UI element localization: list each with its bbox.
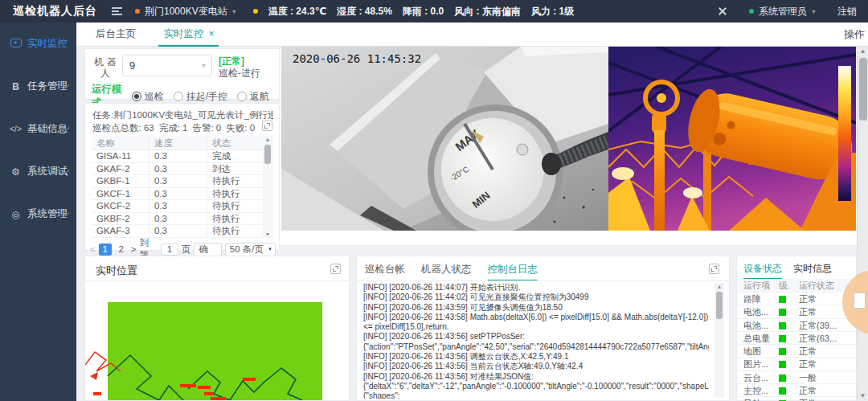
scroll-up-icon[interactable]: ▲ xyxy=(858,47,868,56)
close-tab-icon[interactable]: × xyxy=(208,28,214,39)
table-row[interactable]: GKCF-2 0.3 待执行 xyxy=(92,200,264,213)
radio-mode-suspend-manual[interactable]: 挂起/手控 xyxy=(174,90,227,104)
expand-icon[interactable] xyxy=(709,264,719,274)
task-table: 名称 速度 状态 GISA-11 0.3 完成 GKAF-2 0.3 xyxy=(92,136,264,238)
confirm-button[interactable]: 确定 xyxy=(194,243,222,256)
table-row[interactable]: GKCF-1 0.3 待执行 xyxy=(92,188,264,201)
log-line: [INFO] [2020-06-26 11:43:56] 当前云台状态X轴:49… xyxy=(363,362,709,371)
table-row[interactable]: 地图 正常 xyxy=(737,345,856,358)
system-icon: ◎ xyxy=(9,209,23,220)
table-row[interactable]: 路障 正常 xyxy=(737,293,856,305)
sidebar-item-system-debug[interactable]: ⚙ 系统调试 xyxy=(0,150,76,193)
log-output: [INFO] [2020-06-26 11:44:07] 开始表计识别. [IN… xyxy=(363,283,709,399)
stat-done: 完成: 1 xyxy=(159,123,188,133)
sidebar-item-system-management[interactable]: ◎ 系统管理 xyxy=(0,193,76,235)
device-tabs: 设备状态 实时信息 xyxy=(743,262,843,280)
sidebar-item-basic-info[interactable]: </> 基础信息 xyxy=(0,108,76,150)
cell-level xyxy=(772,345,792,357)
prev-page-button[interactable]: < xyxy=(90,244,96,254)
scroll-down-icon[interactable]: ▼ xyxy=(858,392,868,399)
tab-console-log[interactable]: 控制台日志 xyxy=(488,263,538,281)
weather-humidity: 湿度 : 48.5% xyxy=(337,5,392,18)
divider xyxy=(357,280,729,281)
cell-name: GKAF-2 xyxy=(92,163,149,175)
tab-robot-status[interactable]: 机器人状态 xyxy=(421,263,472,281)
cell-item: 电池... xyxy=(737,319,772,331)
log-scrollbar[interactable]: ▲ xyxy=(714,283,724,397)
sidebar-fold-icon[interactable] xyxy=(112,7,122,15)
tab-backend-home[interactable]: 后台主页 xyxy=(91,23,141,47)
table-row[interactable]: 总电量 正常(63... xyxy=(737,332,856,345)
cell-status: 到达 xyxy=(207,163,264,175)
scroll-up-icon[interactable]: ▲ xyxy=(714,283,724,291)
scroll-thumb[interactable] xyxy=(716,292,723,319)
green-indicator-icon xyxy=(779,335,786,342)
weather-dot-icon xyxy=(253,9,258,14)
expand-icon[interactable] xyxy=(330,264,341,274)
cell-status: 正常(39... xyxy=(792,319,856,331)
sidebar: 实时监控 B 任务管理 </> 基础信息 ⚙ 系统调试 ◎ 系统管理 xyxy=(0,23,76,401)
code-icon: </> xyxy=(9,125,23,133)
cell-status: 正常 xyxy=(792,384,856,396)
cell-name: GKCF-2 xyxy=(92,200,149,212)
table-row[interactable]: 主控... 正常 xyxy=(737,384,856,397)
col-status: 状态 xyxy=(207,136,264,149)
expand-icon[interactable] xyxy=(262,121,272,131)
task-table-scrollbar[interactable]: ▲ ▼ xyxy=(263,136,272,238)
radio-mode-patrol[interactable]: 巡检 xyxy=(132,90,164,104)
table-row[interactable]: 电池... 正常 xyxy=(737,305,856,318)
table-row[interactable]: 云台... 一般 xyxy=(737,371,856,384)
cell-item: 云台... xyxy=(737,371,772,383)
cell-item: 地图 xyxy=(737,345,772,357)
cell-status: 待执行 xyxy=(207,225,264,237)
page-size-select[interactable]: 50 条/页 ▼ xyxy=(225,243,276,256)
page-2-button[interactable]: 2 xyxy=(115,243,128,256)
cell-name: GKBF-1 xyxy=(92,175,149,187)
sidebar-item-task-management[interactable]: B 任务管理 xyxy=(0,65,76,108)
station-selector[interactable]: 荆门1000KV变电站 ▼ xyxy=(135,5,237,18)
scroll-thumb[interactable] xyxy=(264,145,271,164)
table-row[interactable]: GKBF-1 0.3 待执行 xyxy=(92,175,264,188)
tab-realtime-info[interactable]: 实时信息 xyxy=(793,262,832,280)
task-title: 任务:荆门1000KV变电站_可见光表计_例行巡检 xyxy=(92,109,273,121)
cell-level xyxy=(772,319,792,331)
fullscreen-icon[interactable] xyxy=(717,6,728,17)
page-1-button[interactable]: 1 xyxy=(99,243,112,256)
tab-realtime-monitor[interactable]: 实时监控× xyxy=(158,23,219,47)
tab-device-status[interactable]: 设备状态 xyxy=(743,262,782,280)
green-indicator-icon xyxy=(779,361,786,368)
table-row[interactable]: 导航 正常 xyxy=(737,397,856,401)
logout-button[interactable]: 注销 xyxy=(837,5,857,18)
robot-label: 机 器人 xyxy=(92,56,119,79)
table-row[interactable]: GKAF-2 0.3 到达 xyxy=(92,163,264,176)
table-row[interactable]: GKBF-2 0.3 待执行 xyxy=(92,213,264,226)
goto-page-input[interactable]: 1 xyxy=(161,243,178,256)
radio-mode-return[interactable]: 返航 xyxy=(237,90,269,104)
stat-total: 巡检点总数: 63 xyxy=(92,123,154,133)
cell-level xyxy=(772,305,792,317)
chevron-down-icon: ▼ xyxy=(268,247,272,252)
scroll-thumb[interactable] xyxy=(859,58,867,121)
page-scrollbar[interactable]: ▲ ▼ xyxy=(857,47,868,401)
robot-select[interactable]: 9 ▼ xyxy=(122,55,212,76)
device-status-panel: 设备状态 实时信息 运行项 级. 运行状态 路障 正常 电池.. xyxy=(736,256,857,401)
cell-level xyxy=(772,358,792,370)
table-row[interactable]: 电池... 正常(39... xyxy=(737,319,856,332)
cell-name: GKCF-1 xyxy=(92,188,149,200)
user-menu[interactable]: 系统管理员 ▼ xyxy=(749,5,817,18)
cell-level xyxy=(772,371,792,383)
cell-name: GKAF-3 xyxy=(92,225,149,237)
next-page-button[interactable]: > xyxy=(131,244,137,254)
table-row[interactable]: GISA-11 0.3 完成 xyxy=(92,150,264,163)
sidebar-item-label: 任务管理 xyxy=(27,80,68,93)
sidebar-item-realtime-monitor[interactable]: 实时监控 xyxy=(0,23,76,65)
thermal-camera-feed[interactable] xyxy=(608,47,856,231)
scroll-up-icon[interactable]: ▲ xyxy=(263,136,272,143)
position-map[interactable] xyxy=(85,281,349,400)
tab-inspection-ledger[interactable]: 巡检台帐 xyxy=(365,263,405,281)
operation-menu[interactable]: 操作 xyxy=(844,23,865,47)
visible-light-camera-feed[interactable]: MAX -20°C MIN 2020-06-26 11:45:32 xyxy=(281,47,608,231)
table-row[interactable]: 图片... 正常 xyxy=(737,358,856,370)
log-line: [INFO] [2020-06-26 11:43:59] 可见摄像头调焦值为18… xyxy=(363,303,709,313)
table-row[interactable]: GKAF-3 0.3 待执行 xyxy=(92,225,264,238)
